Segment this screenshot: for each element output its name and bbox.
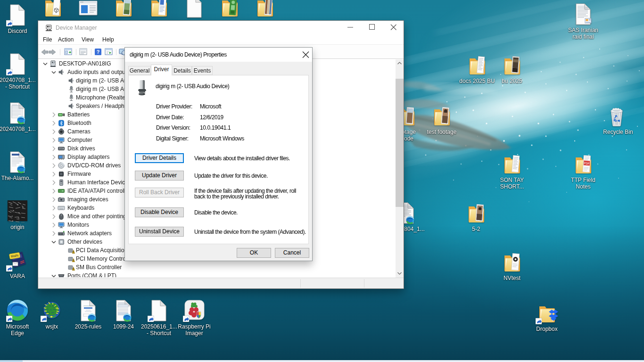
svg-text:?: ?	[97, 49, 100, 55]
svg-text:PDF: PDF	[584, 162, 590, 165]
